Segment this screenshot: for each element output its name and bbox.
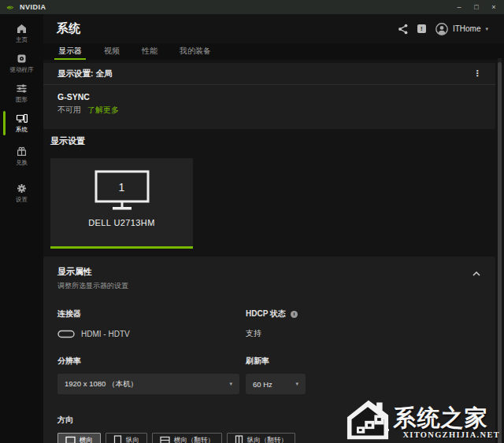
hdcp-status-label: HDCP 状态 [246, 308, 286, 319]
portrait-icon [113, 435, 122, 443]
chevron-down-icon: ▾ [485, 26, 488, 32]
gsync-block: G-SYNC 不可用 了解更多 [43, 85, 495, 129]
tab-performance[interactable]: 性能 [138, 43, 161, 60]
main-area: 系统 ! ITHome ▾ [43, 14, 504, 443]
titlebar: NVIDIA – □ × [0, 0, 504, 14]
header-actions: ! ITHome ▾ [398, 23, 488, 35]
properties-header: 显示属性 调整所选显示器的设置 [43, 257, 495, 291]
properties-title-block: 显示属性 调整所选显示器的设置 [57, 266, 128, 291]
watermark-title: 系统之家 [393, 407, 500, 430]
nvidia-logo-icon [6, 3, 15, 12]
close-button[interactable]: × [488, 3, 499, 11]
watermark-house-icon [345, 398, 391, 441]
refresh-rate-dropdown[interactable]: 60 Hz ▾ [246, 374, 306, 394]
watermark-domain: XITONGZHIJIA.NET [402, 430, 500, 439]
scrollbar-thumb[interactable] [498, 62, 502, 443]
refresh-rate-value: 60 Hz [253, 380, 272, 389]
watermark: 系统之家 XITONGZHIJIA.NET [345, 398, 500, 441]
sidebar-item-home[interactable]: 主页 [0, 19, 43, 48]
chevron-down-icon: ▾ [295, 381, 298, 387]
gsync-title: G-SYNC [57, 92, 481, 102]
watermark-text: 系统之家 XITONGZHIJIA.NET [393, 407, 500, 441]
orientation-option-label: 横向（翻转） [174, 436, 214, 443]
sidebar-item-label: 主页 [16, 36, 28, 44]
drivers-icon [16, 53, 28, 65]
nvidia-app-window: NVIDIA – □ × 主页 驱动程序 [0, 0, 504, 443]
resolution-refresh-labels-row: 分辨率 刷新率 [43, 356, 495, 367]
orientation-option-label: 纵向（翻转） [247, 436, 287, 443]
monitor-number: 1 [50, 181, 193, 194]
avatar [435, 23, 448, 35]
tab-my-rig[interactable]: 我的装备 [176, 43, 215, 60]
landscape-flipped-icon [160, 436, 170, 443]
page-title: 系统 [57, 21, 80, 36]
resolution-value: 1920 x 1080 （本机） [65, 379, 138, 389]
content: 显示设置: 全局 ⋮ G-SYNC 不可用 了解更多 显示设置 [43, 63, 495, 443]
tab-bar: 显示器 视频 性能 我的装备 [43, 43, 504, 60]
scrollbar-track[interactable] [498, 58, 502, 443]
gsync-learn-more-link[interactable]: 了解更多 [87, 105, 119, 116]
info-icon[interactable]: i [291, 311, 298, 318]
monitor-card[interactable]: 1 DELL U2713HM [50, 158, 193, 249]
minimize-button[interactable]: – [454, 3, 465, 11]
settings-icon [16, 183, 28, 194]
sidebar-item-label: 设置 [16, 196, 28, 204]
resolution-dropdown[interactable]: 1920 x 1080 （本机） ▾ [57, 374, 239, 394]
sidebar-item-label: 系统 [16, 126, 28, 134]
redeem-icon [16, 146, 28, 157]
sidebar-item-drivers[interactable]: 驱动程序 [0, 49, 43, 78]
sidebar-item-label: 图形 [16, 96, 28, 104]
orientation-portrait-flipped-button[interactable]: 纵向（翻转） [227, 433, 295, 443]
gsync-status-row: 不可用 了解更多 [57, 105, 481, 116]
user-name: ITHome [453, 24, 481, 33]
sidebar-item-settings[interactable]: 设置 [0, 179, 43, 208]
sidebar-item-label: 驱动程序 [10, 66, 34, 74]
global-panel-title: 显示设置: 全局 [57, 68, 112, 79]
portrait-flipped-icon [235, 435, 243, 443]
kebab-menu-icon[interactable]: ⋮ [472, 68, 483, 79]
properties-subtitle: 调整所选显示器的设置 [57, 281, 128, 291]
resolution-refresh-selects-row: 1920 x 1080 （本机） ▾ 60 Hz ▾ [43, 374, 495, 394]
app-title: NVIDIA [20, 3, 46, 11]
system-icon [16, 113, 28, 124]
orientation-option-label: 纵向 [126, 436, 139, 443]
hdcp-status-value: 支持 [246, 328, 261, 339]
orientation-landscape-flipped-button[interactable]: 横向（翻转） [152, 433, 222, 443]
feedback-icon[interactable]: ! [417, 24, 426, 33]
hdmi-connector-icon [57, 330, 75, 338]
resolution-label: 分辨率 [57, 356, 81, 367]
connector-hdcp-labels-row: 连接器 HDCP 状态 i [43, 308, 495, 319]
connector-hdcp-values-row: HDMI - HDTV 支持 [43, 328, 495, 339]
refresh-rate-label: 刷新率 [246, 356, 269, 367]
window-controls: – □ × [454, 3, 499, 11]
home-icon [16, 23, 28, 35]
connector-label: 连接器 [57, 308, 81, 319]
tab-video[interactable]: 视频 [100, 43, 124, 60]
share-icon[interactable] [398, 24, 408, 35]
orientation-label: 方向 [57, 415, 73, 426]
sidebar-item-system[interactable]: 系统 [0, 109, 43, 138]
orientation-portrait-button[interactable]: 纵向 [106, 433, 147, 443]
display-settings-heading: 显示设置 [50, 135, 495, 146]
orientation-option-label: 横向 [80, 436, 93, 443]
tab-display[interactable]: 显示器 [54, 43, 86, 60]
global-display-settings-panel: 显示设置: 全局 ⋮ G-SYNC 不可用 了解更多 [43, 63, 495, 129]
global-panel-header: 显示设置: 全局 ⋮ [43, 63, 495, 84]
orientation-landscape-button[interactable]: 横向 [57, 433, 101, 443]
landscape-icon [65, 436, 76, 443]
monitor-name: DELL U2713HM [88, 218, 155, 227]
gsync-status: 不可用 [57, 105, 81, 116]
sidebar: 主页 驱动程序 图形 [0, 14, 43, 443]
properties-title: 显示属性 [57, 266, 128, 278]
connector-value: HDMI - HDTV [81, 330, 130, 338]
graphics-icon [16, 83, 28, 94]
sidebar-item-label: 兑换 [16, 159, 28, 167]
sidebar-item-redeem[interactable]: 兑换 [0, 142, 43, 171]
page-header: 系统 ! ITHome ▾ [43, 14, 504, 43]
chevron-down-icon: ▾ [229, 381, 232, 387]
maximize-button[interactable]: □ [471, 3, 482, 11]
chevron-up-icon[interactable] [472, 271, 481, 277]
sidebar-item-graphics[interactable]: 图形 [0, 79, 43, 108]
user-menu[interactable]: ITHome ▾ [435, 23, 488, 35]
app-body: 主页 驱动程序 图形 [0, 14, 504, 443]
